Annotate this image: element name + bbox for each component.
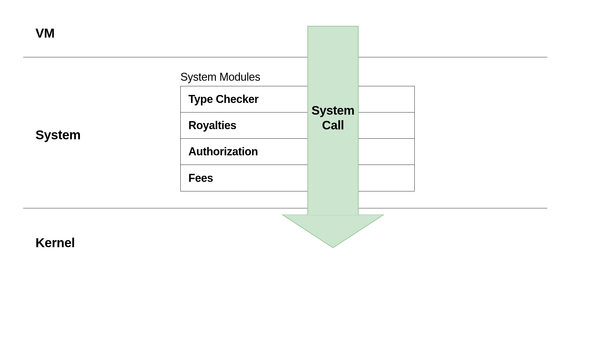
layer-label-system: System bbox=[35, 128, 80, 142]
svg-marker-0 bbox=[282, 215, 384, 248]
arrow-label-line2: Call bbox=[322, 118, 344, 132]
layer-label-kernel: Kernel bbox=[35, 235, 75, 250]
arrow-down-icon bbox=[282, 215, 384, 248]
system-modules-heading: System Modules bbox=[180, 71, 260, 84]
arrow-label-line1: System bbox=[311, 104, 354, 117]
layer-label-vm: VM bbox=[35, 26, 55, 41]
system-call-arrow: System Call bbox=[282, 26, 384, 248]
arrow-label: System Call bbox=[311, 103, 354, 133]
layered-architecture-diagram: VM System System Modules Type Checker Ro… bbox=[23, 26, 569, 334]
arrow-shaft: System Call bbox=[307, 26, 359, 215]
